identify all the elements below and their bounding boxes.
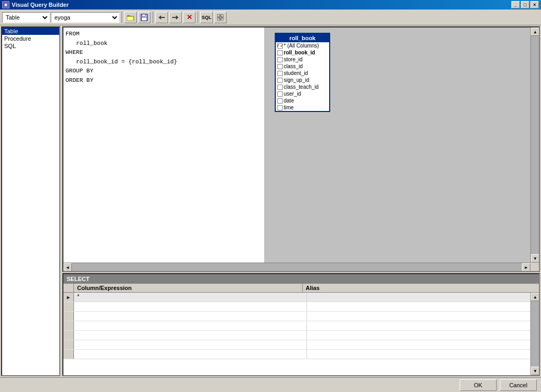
list-item-table[interactable]: Table: [2, 27, 59, 35]
sql-order-by: ORDER BY: [66, 76, 262, 86]
field-sign-up-id[interactable]: sign_up_id: [276, 77, 329, 83]
hscroll-right-btn[interactable]: ►: [522, 263, 530, 272]
select-row-4-num: [63, 321, 74, 330]
field-checkbox-date[interactable]: [277, 98, 283, 104]
select-row-2: [63, 302, 539, 312]
select-row-6-expression[interactable]: [74, 340, 307, 349]
select-panel: SELECT Column/Expression Alias ►: [62, 273, 540, 376]
select-row-4-alias[interactable]: [307, 321, 539, 330]
open-button[interactable]: [124, 12, 137, 23]
window-title: Visual Query Builder: [12, 2, 69, 8]
field-time[interactable]: time: [276, 104, 329, 111]
field-class-id[interactable]: class_id: [276, 63, 329, 70]
hscroll-track: [72, 263, 522, 271]
field-all-columns[interactable]: ✓ * (All Columns): [276, 42, 329, 49]
select-row-5: [63, 331, 539, 340]
svg-marker-7: [172, 15, 179, 20]
hscroll-left-btn[interactable]: ◄: [63, 263, 72, 272]
close-button[interactable]: ×: [530, 1, 539, 8]
select-row-7-expression[interactable]: [74, 350, 307, 359]
svg-rect-10: [217, 18, 220, 21]
scroll-corner: [530, 263, 539, 271]
list-item-procedure[interactable]: Procedure: [2, 35, 59, 42]
select-row-3-expression[interactable]: [74, 312, 307, 321]
field-checkbox-student-id[interactable]: [277, 71, 283, 76]
ok-button[interactable]: OK: [460, 379, 497, 391]
cancel-button[interactable]: Cancel: [500, 379, 537, 391]
table-box-fields: ✓ * (All Columns) roll_book_id store_id: [276, 42, 329, 111]
sql-group-by: GROUP BY: [66, 67, 262, 76]
list-item-sql[interactable]: SQL: [2, 42, 59, 50]
select-row-2-alias[interactable]: [307, 302, 539, 311]
select-row-1-expression[interactable]: *: [74, 293, 307, 302]
select-row-1-alias[interactable]: [307, 293, 539, 302]
select-row-7-num: [63, 350, 74, 359]
diagram-hscroll: ◄ ►: [63, 263, 530, 271]
select-row-5-alias[interactable]: [307, 331, 539, 340]
select-row-6-num: [63, 340, 74, 349]
select-row-4-expression[interactable]: [74, 321, 307, 330]
select-row-2-num: [63, 302, 74, 311]
field-checkbox-class-id[interactable]: [277, 64, 283, 69]
remove-button[interactable]: ✕: [183, 12, 195, 23]
select-row-3-alias[interactable]: [307, 312, 539, 321]
toolbar-separator-3: [198, 12, 198, 23]
field-checkbox-user-id[interactable]: [277, 91, 283, 97]
table-box-roll-book: roll_book ✓ * (All Columns) roll_book_id: [275, 33, 330, 112]
field-checkbox-class-teach-id[interactable]: [277, 85, 283, 90]
diagram-panel: FROM roll_book WHERE roll_book_id = {rol…: [62, 26, 540, 272]
vscroll-track: [531, 36, 539, 254]
field-date[interactable]: date: [276, 97, 329, 104]
vscroll-down-btn[interactable]: ▼: [531, 254, 539, 263]
select-vscroll-up[interactable]: ▲: [531, 293, 539, 301]
vscroll-up-btn[interactable]: ▲: [531, 27, 539, 36]
svg-rect-4: [142, 14, 145, 16]
save-button[interactable]: [138, 12, 151, 23]
toolbar-separator-1: [122, 12, 122, 23]
select-col-num: [63, 284, 74, 292]
select-row-6: [63, 340, 539, 350]
field-class-teach-id[interactable]: class_teach_id: [276, 83, 329, 90]
svg-rect-11: [221, 18, 223, 21]
field-store-id[interactable]: store_id: [276, 56, 329, 63]
toolbar: Table Procedure SQL eyoga ✕ SQL: [0, 10, 541, 25]
type-list-panel: Table Procedure SQL: [1, 26, 60, 376]
select-header: SELECT: [63, 274, 539, 284]
sql-where-condition: roll_book_id = {roll_book_id}: [66, 58, 262, 67]
type-dropdown[interactable]: Table Procedure SQL: [2, 12, 50, 23]
field-user-id[interactable]: user_id: [276, 90, 329, 97]
select-row-1: ► *: [63, 293, 539, 302]
field-checkbox-sign-up-id[interactable]: [277, 78, 283, 83]
select-vscroll-down[interactable]: ▼: [531, 367, 539, 375]
name-dropdown[interactable]: eyoga: [51, 12, 119, 23]
forward-button[interactable]: [169, 12, 182, 23]
title-bar: ■ Visual Query Builder _ □ ×: [0, 0, 541, 10]
field-checkbox-time[interactable]: [277, 105, 283, 110]
svg-rect-9: [221, 14, 223, 17]
field-checkbox-store-id[interactable]: [277, 57, 283, 62]
field-checkbox-roll-book-id[interactable]: [277, 50, 283, 55]
table-box-header: roll_book: [276, 34, 329, 42]
sql-text-area[interactable]: FROM roll_book WHERE roll_book_id = {rol…: [63, 27, 264, 263]
select-vscroll-track: [531, 301, 539, 367]
minimize-button[interactable]: _: [511, 1, 520, 8]
svg-rect-2: [127, 16, 134, 21]
field-roll-book-id[interactable]: roll_book_id: [276, 49, 329, 56]
select-row-5-expression[interactable]: [74, 331, 307, 340]
sql-button[interactable]: SQL: [200, 12, 213, 23]
grid-button[interactable]: [214, 12, 227, 23]
select-row-7-alias[interactable]: [307, 350, 539, 359]
select-row-6-alias[interactable]: [307, 340, 539, 349]
select-col-alias: Alias: [303, 284, 531, 292]
select-vscroll: ▲ ▼: [530, 293, 539, 375]
field-student-id[interactable]: student_id: [276, 70, 329, 77]
select-row-4: [63, 321, 539, 331]
select-row-1-num: ►: [63, 293, 74, 302]
type-dropdown-container: Table Procedure SQL: [2, 12, 50, 23]
select-col-expression: Column/Expression: [74, 284, 303, 292]
field-checkbox-all[interactable]: ✓: [277, 43, 283, 49]
svg-rect-8: [217, 14, 220, 17]
maximize-button[interactable]: □: [521, 1, 529, 8]
back-button[interactable]: [155, 12, 168, 23]
select-row-2-expression[interactable]: [74, 302, 307, 311]
